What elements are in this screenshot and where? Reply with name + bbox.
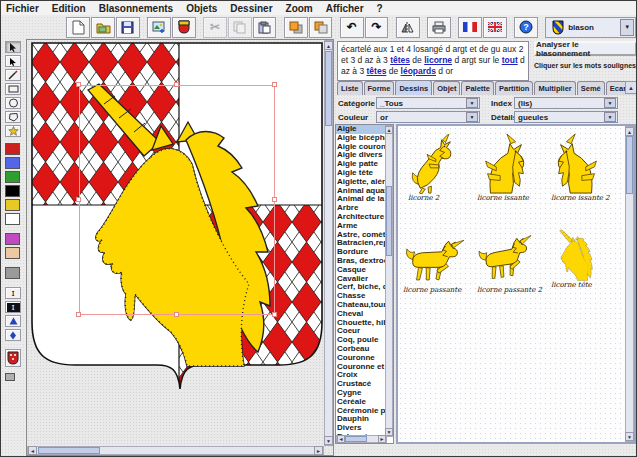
triangle-up-tool[interactable] bbox=[5, 315, 21, 327]
tab-multiplier[interactable]: Multiplier bbox=[534, 81, 575, 95]
text-inverse-tool[interactable]: I bbox=[5, 301, 21, 313]
canvas-vertical-scrollbar[interactable]: ▲ ▼ bbox=[324, 40, 333, 446]
list-item-chouette-hibou[interactable]: Chouette, hibou bbox=[336, 319, 387, 328]
menu-blasonnements[interactable]: Blasonnements bbox=[99, 3, 173, 14]
categorie-combo[interactable]: _Tous ▼ bbox=[376, 97, 480, 109]
tab-objet[interactable]: Objet bbox=[433, 81, 460, 95]
print-button[interactable] bbox=[427, 17, 451, 38]
save-button[interactable] bbox=[116, 17, 140, 38]
list-item-batracien-reptile[interactable]: Batracien,reptile bbox=[336, 239, 387, 248]
undo-button[interactable]: ↶ bbox=[340, 17, 364, 38]
list-item-bordure[interactable]: Bordure bbox=[336, 248, 387, 257]
list-item-c-r-monie-profan[interactable]: Cérémonie profan bbox=[336, 407, 387, 416]
tab-dessins[interactable]: Dessins bbox=[395, 80, 432, 95]
blason-combo-arrow[interactable]: ▼ bbox=[620, 19, 634, 36]
tab-sem[interactable]: Semé bbox=[577, 81, 605, 95]
text-tool[interactable]: I bbox=[5, 287, 21, 299]
list-horizontal-scrollbar[interactable]: ◄ ► bbox=[336, 435, 387, 443]
drop-tool[interactable] bbox=[5, 329, 21, 341]
list-item-aigle-couronn-e[interactable]: Aigle couronnée bbox=[336, 143, 387, 152]
index-combo-arrow[interactable]: ▼ bbox=[604, 98, 616, 108]
gallery-item-licorne-2[interactable]: licorne 2 bbox=[408, 134, 480, 202]
details-combo-arrow[interactable]: ▼ bbox=[604, 112, 616, 122]
index-combo[interactable]: (lis) ▼ bbox=[514, 97, 618, 109]
drawing-canvas[interactable]: ▲ ▼ ◄ ► bbox=[26, 39, 334, 456]
gallery-item-licorne-issante[interactable]: licorne issante bbox=[477, 134, 549, 202]
rectangle-tool[interactable] bbox=[5, 83, 21, 95]
french-language-button[interactable] bbox=[458, 17, 482, 38]
swatch-argent[interactable] bbox=[5, 213, 20, 225]
list-item-aigle-divers[interactable]: Aigle divers bbox=[336, 151, 387, 160]
selection-handle-nw[interactable] bbox=[76, 82, 81, 87]
blazon-link-tout[interactable]: tout bbox=[502, 55, 518, 65]
list-item-aigle-patte[interactable]: Aigle patte bbox=[336, 160, 387, 169]
list-vertical-scrollbar[interactable]: ▲ ▼ bbox=[385, 125, 393, 437]
swatch-or[interactable] bbox=[5, 199, 20, 211]
english-language-button[interactable] bbox=[483, 17, 507, 38]
list-item-dauphin[interactable]: Dauphin bbox=[336, 415, 387, 424]
swatch-azur[interactable] bbox=[5, 157, 20, 169]
list-scroll-left[interactable]: ◄ bbox=[337, 435, 345, 443]
star-tool[interactable] bbox=[5, 125, 21, 137]
bring-to-front-button[interactable] bbox=[284, 17, 308, 38]
scroll-left-arrow[interactable]: ◄ bbox=[28, 446, 37, 455]
new-document-button[interactable] bbox=[66, 17, 90, 38]
selection-handle-e[interactable] bbox=[272, 197, 277, 202]
gallery-vertical-scrollbar[interactable]: ▲ ▼ bbox=[625, 126, 634, 442]
swatch-sinople[interactable] bbox=[5, 171, 20, 183]
drawings-gallery[interactable]: licorne 2 licorne issante licorne issant… bbox=[396, 124, 636, 444]
tab-liste[interactable]: Liste bbox=[337, 81, 363, 95]
blazon-link-l-opards[interactable]: léopards bbox=[401, 66, 436, 76]
menu-zoom[interactable]: Zoom bbox=[286, 3, 313, 14]
direct-select-tool[interactable] bbox=[5, 55, 21, 67]
list-item-chasse[interactable]: Chasse bbox=[336, 292, 387, 301]
blason-selector-combo[interactable]: blason ▼ bbox=[545, 17, 636, 38]
list-item-coeur[interactable]: Coeur bbox=[336, 327, 387, 336]
list-item-crustac[interactable]: Crustacé bbox=[336, 380, 387, 389]
tab-palette[interactable]: Palette bbox=[461, 81, 494, 95]
help-button[interactable]: ? bbox=[514, 17, 538, 38]
gallery-item-licorne-passante-2[interactable]: licorne passante 2 bbox=[477, 229, 549, 294]
list-item-cygne[interactable]: Cygne bbox=[336, 389, 387, 398]
blazon-link-t-tes[interactable]: têtes bbox=[390, 55, 410, 65]
category-listbox[interactable]: AigleAigle bicéphaleAigle couronnéeAigle… bbox=[335, 124, 394, 444]
list-item-cavalier[interactable]: Cavalier bbox=[336, 275, 387, 284]
categorie-combo-arrow[interactable]: ▼ bbox=[466, 98, 478, 108]
blazon-text-area[interactable]: écartelé aux 1 et 4 losangé d argt et de… bbox=[337, 41, 529, 81]
seme-stamp-tool[interactable] bbox=[5, 349, 21, 367]
list-scroll-right[interactable]: ► bbox=[378, 435, 386, 443]
list-item-corbeau[interactable]: Corbeau bbox=[336, 345, 387, 354]
list-item-animal-de-la-ferme[interactable]: Animal de la ferme bbox=[336, 195, 387, 204]
select-tool[interactable] bbox=[5, 41, 21, 53]
list-item-arme[interactable]: Arme bbox=[336, 222, 387, 231]
selection-handle-w[interactable] bbox=[76, 197, 81, 202]
list-item-astre-com-te[interactable]: Astre, comète bbox=[336, 231, 387, 240]
list-item-aigle[interactable]: Aigle bbox=[336, 125, 387, 134]
selection-handle-sw[interactable] bbox=[76, 312, 81, 317]
menu-afficher[interactable]: Afficher bbox=[326, 3, 364, 14]
list-item-c-r-ale[interactable]: Céréale bbox=[336, 398, 387, 407]
open-file-button[interactable] bbox=[91, 17, 115, 38]
selection-handle-s[interactable] bbox=[174, 312, 179, 317]
list-item-aigle-bic-phale[interactable]: Aigle bicéphale bbox=[336, 134, 387, 143]
list-item-cerf-biche-daim[interactable]: Cerf, biche, daim bbox=[336, 283, 387, 292]
list-item-casque[interactable]: Casque bbox=[336, 266, 387, 275]
line-tool[interactable] bbox=[5, 69, 21, 81]
blazon-link-licorne[interactable]: licorne bbox=[424, 55, 452, 65]
mirror-button[interactable] bbox=[396, 17, 420, 38]
scroll-right-arrow[interactable]: ► bbox=[314, 446, 323, 455]
list-hscroll-thumb[interactable] bbox=[345, 436, 367, 442]
list-item-architecture[interactable]: Architecture bbox=[336, 213, 387, 222]
copy-button[interactable] bbox=[228, 17, 252, 38]
pattern-chip[interactable] bbox=[5, 373, 15, 381]
list-item-couronne-et-casq[interactable]: Couronne et casq bbox=[336, 363, 387, 372]
canvas-hscroll-thumb[interactable] bbox=[38, 447, 100, 454]
couleur-combo[interactable]: or ▼ bbox=[376, 111, 480, 123]
list-item-croix[interactable]: Croix bbox=[336, 371, 387, 380]
paste-button[interactable] bbox=[253, 17, 277, 38]
selection-handle-ne[interactable] bbox=[272, 82, 277, 87]
menu-edition[interactable]: Edition bbox=[52, 3, 86, 14]
send-to-back-button[interactable] bbox=[309, 17, 333, 38]
gallery-scroll-down[interactable]: ▼ bbox=[625, 432, 634, 441]
list-item-chateau-tour-pont[interactable]: Chateau,tour,pont bbox=[336, 301, 387, 310]
